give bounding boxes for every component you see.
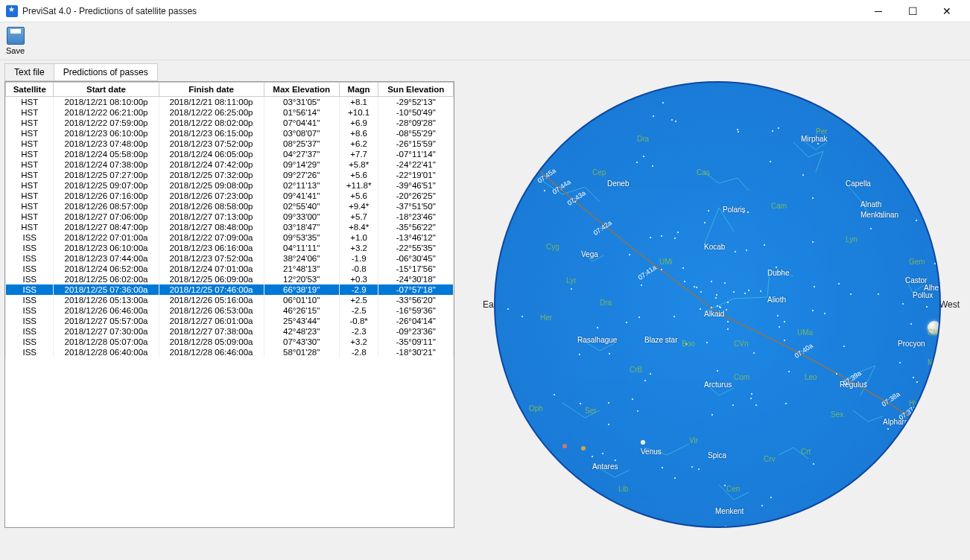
titlebar: PreviSat 4.0 - Predictions of satellite … [0, 0, 970, 22]
tab-predictions[interactable]: Predictions of passes [54, 63, 158, 81]
constellation-label: UMi [659, 258, 673, 266]
constellation-label: Per [816, 127, 828, 136]
star-label: Alkaid [704, 310, 724, 318]
constellation-label: Lyn [846, 235, 858, 244]
constellation-label: CrB [630, 366, 642, 374]
star-label: Menkalinan [860, 211, 898, 219]
star-label: Dubhe [767, 269, 789, 277]
minimize-button[interactable]: ─ [861, 0, 895, 22]
table-row[interactable]: ISS2018/12/27 07:30:00a2018/12/27 07:38:… [6, 326, 454, 337]
star-label: Polaris [723, 206, 746, 214]
table-row[interactable]: HST2018/12/24 07:38:00p2018/12/24 07:42:… [6, 159, 454, 170]
star-label: Rasalhague [577, 336, 617, 344]
table-row[interactable]: HST2018/12/22 07:59:00p2018/12/22 08:02:… [6, 118, 454, 128]
table-row[interactable]: ISS2018/12/26 05:13:00a2018/12/26 05:16:… [6, 295, 454, 305]
star-label: Mirphak [801, 135, 828, 143]
table-row[interactable]: HST2018/12/25 09:07:00p2018/12/25 09:08:… [6, 180, 454, 191]
table-row[interactable]: HST2018/12/26 08:57:00p2018/12/26 08:58:… [6, 201, 454, 211]
compass-west: West [939, 299, 960, 310]
window-title: PreviSat 4.0 - Predictions of satellite … [22, 6, 861, 16]
table-row[interactable]: HST2018/12/23 06:10:00p2018/12/23 06:15:… [6, 128, 454, 139]
constellation-label: Cam [771, 202, 787, 210]
table-row[interactable]: HST2018/12/25 07:27:00p2018/12/25 07:32:… [6, 170, 454, 180]
close-button[interactable]: ✕ [930, 0, 964, 22]
table-row[interactable]: HST2018/12/21 08:10:00p2018/12/21 08:11:… [6, 97, 454, 108]
sky-chart[interactable]: DenebPolarisMirphakCapellaAlnathMenkalin… [494, 81, 941, 528]
star-label: Capella [846, 179, 871, 188]
constellation-label: Crv [764, 455, 776, 463]
table-row[interactable]: HST2018/12/24 05:58:00p2018/12/24 06:05:… [6, 149, 454, 159]
star-label: Spica [708, 451, 726, 459]
tab-text-file[interactable]: Text file [4, 63, 54, 81]
constellation-label: Dra [600, 299, 612, 307]
table-row[interactable]: ISS2018/12/28 05:07:00a2018/12/28 05:09:… [6, 337, 454, 347]
table-row[interactable]: HST2018/12/22 06:21:00p2018/12/22 06:25:… [6, 107, 454, 118]
constellation-label: Lyr [566, 276, 577, 284]
constellation-label: Lib [618, 485, 628, 493]
constellation-label: Cep [592, 168, 606, 176]
constellation-label: CVn [734, 340, 748, 348]
save-icon [7, 27, 25, 45]
table-row[interactable]: HST2018/12/23 07:48:00p2018/12/23 07:52:… [6, 139, 454, 149]
table-row[interactable]: ISS2018/12/23 06:10:00a2018/12/23 06:16:… [6, 243, 454, 253]
column-header[interactable]: Start date [54, 83, 159, 97]
table-row[interactable]: ISS2018/12/22 07:01:00a2018/12/22 07:09:… [6, 232, 454, 243]
column-header[interactable]: Magn [339, 83, 378, 97]
star-label: Blaze star [644, 336, 677, 344]
star-label: Pollux [913, 291, 933, 299]
star-label: Alnath [860, 200, 881, 209]
star-label: Procyon [898, 340, 925, 348]
constellation-label: Ser [585, 407, 597, 415]
planet-venus [641, 440, 645, 445]
constellation-label: Gem [909, 258, 925, 266]
constellation-label: Sex [831, 410, 843, 419]
constellation-label: Cyg [546, 243, 560, 251]
table-row[interactable]: ISS2018/12/26 06:46:00a2018/12/26 06:53:… [6, 305, 454, 316]
column-header[interactable]: Finish date [159, 83, 264, 97]
constellation-label: UMa [797, 328, 813, 337]
table-row[interactable]: ISS2018/12/23 07:44:00a2018/12/23 07:52:… [6, 253, 454, 264]
constellation-label: CMi [928, 328, 941, 337]
constellation-label: Boo [682, 340, 695, 348]
table-row[interactable]: ISS2018/12/27 05:57:00a2018/12/27 06:01:… [6, 316, 454, 326]
constellation-label: Cas [697, 168, 710, 176]
star-label: Deneb [607, 179, 629, 188]
maximize-button[interactable]: ☐ [895, 0, 930, 22]
constellation-label: Leo [805, 373, 817, 381]
star-label: Kocab [704, 243, 725, 251]
toolbar: Save [0, 22, 970, 60]
table-row[interactable]: ISS2018/12/25 07:36:00a2018/12/25 07:46:… [6, 284, 454, 295]
star-label: Vega [581, 250, 598, 258]
table-row[interactable]: ISS2018/12/28 06:40:00a2018/12/28 06:46:… [6, 347, 454, 357]
constellation-label: Her [540, 314, 552, 322]
constellation-label: Vir [689, 436, 698, 445]
passes-table: SatelliteStart dateFinish dateMax Elevat… [4, 81, 454, 528]
column-header[interactable]: Sun Elevation [378, 83, 454, 97]
column-header[interactable]: Max Elevation [264, 83, 339, 97]
constellation-label: Oph [529, 404, 543, 413]
sky-chart-panel: North South East West [469, 81, 966, 528]
table-row[interactable]: HST2018/12/26 07:16:00p2018/12/26 07:23:… [6, 191, 454, 201]
star-label: Venus [641, 448, 662, 456]
table-row[interactable]: ISS2018/12/25 06:02:00a2018/12/25 06:09:… [6, 274, 454, 284]
table-row[interactable]: HST2018/12/27 08:47:00p2018/12/27 08:48:… [6, 222, 454, 232]
track-time-label: 07:36a [911, 413, 932, 430]
table-row[interactable]: HST2018/12/27 07:06:00p2018/12/27 07:13:… [6, 211, 454, 222]
star-label: Alioth [767, 296, 786, 304]
tab-bar: Text file Predictions of passes [0, 60, 970, 81]
constellation-label: Com [734, 373, 749, 381]
planet-jupiter [581, 446, 586, 451]
save-button[interactable]: Save [6, 27, 25, 55]
column-header[interactable]: Satellite [6, 83, 54, 97]
constellation-label: Mon [928, 358, 941, 366]
constellation-label: Crt [801, 448, 811, 456]
constellation-label: Cen [726, 485, 740, 493]
table-row[interactable]: ISS2018/12/24 06:52:00a2018/12/24 07:01:… [6, 264, 454, 274]
star-label: Antares [592, 462, 618, 471]
constellation-label: Dra [637, 135, 649, 143]
app-icon [6, 5, 18, 17]
planet-mercury [562, 444, 567, 448]
star-label: Menkent [715, 507, 744, 515]
star-label: Arcturus [704, 381, 732, 389]
